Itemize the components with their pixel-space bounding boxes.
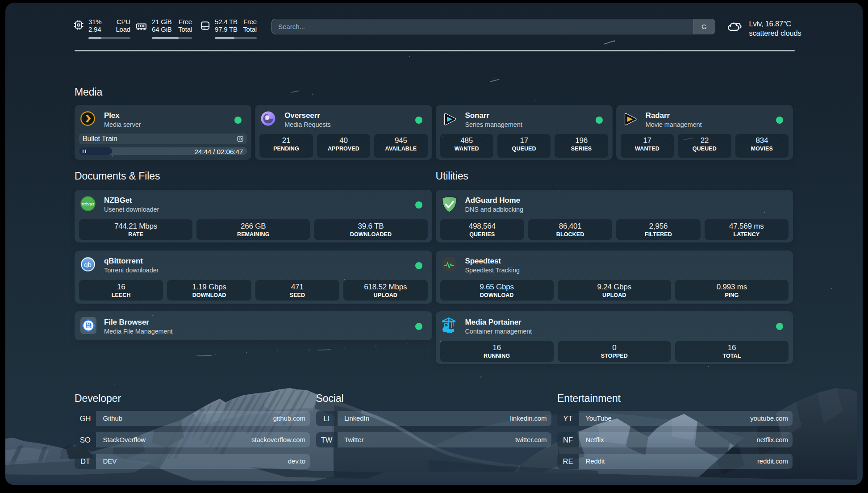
svg-text:qb: qb <box>84 260 92 268</box>
svg-text:nzbget: nzbget <box>82 201 94 206</box>
